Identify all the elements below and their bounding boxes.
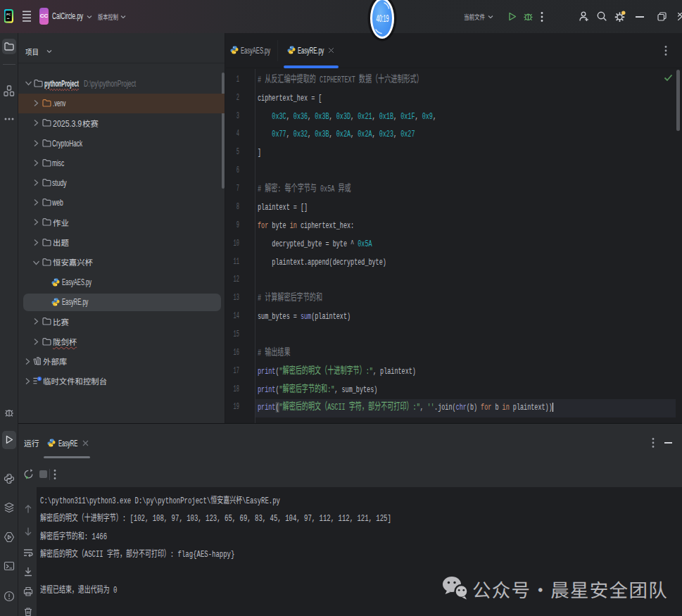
- svg-text:PC: PC: [6, 13, 11, 16]
